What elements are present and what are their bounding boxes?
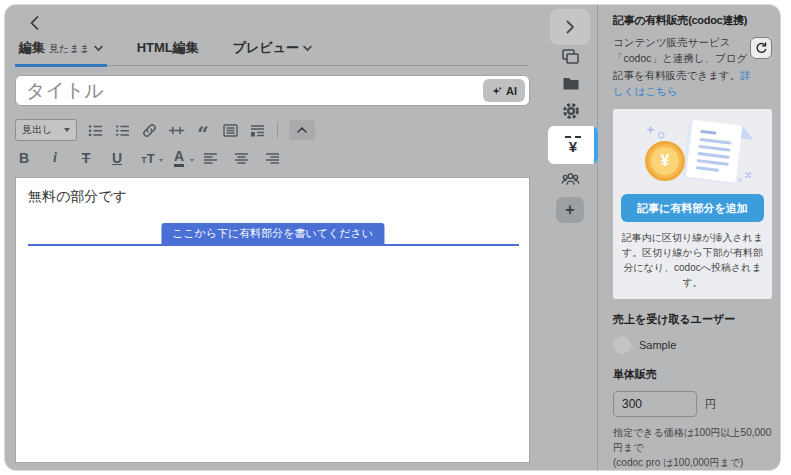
single-sale-heading: 単体販売 [613, 367, 772, 382]
photos-icon [561, 48, 580, 65]
tab-edit-label: 編集 [19, 39, 45, 57]
chevron-down-icon [303, 45, 312, 52]
snippet-paste-button[interactable] [248, 120, 266, 140]
snippet-paste-icon [249, 122, 266, 139]
read-more-icon [168, 122, 185, 139]
title-input[interactable] [15, 75, 530, 106]
bullet-list-icon [87, 122, 104, 139]
panel-description-text: コンテンツ販売サービス「codoc」と連携し、ブログ記事を有料販売できます。 [613, 36, 747, 81]
heading-style-select[interactable]: 見出し [15, 119, 77, 141]
link-button[interactable] [140, 120, 158, 140]
paid-section-card: ¥ 記事に有料部分を追加 記事内に区切り線が挿入されます。区切り線から下部が有料… [613, 109, 772, 299]
align-right-icon [264, 150, 281, 167]
seller-heading: 売上を受け取るユーザー [613, 312, 772, 327]
seller-avatar [613, 336, 631, 354]
tab-preview-label: プレビュー [233, 39, 299, 57]
sparkle-icon [491, 85, 503, 97]
free-section-text: 無料の部分です [28, 188, 127, 206]
add-paid-section-button[interactable]: 記事に有料部分を追加 [621, 194, 764, 222]
refresh-icon [754, 41, 768, 55]
tab-edit-mode: 見たまま [49, 42, 90, 56]
bold-label: B [19, 150, 29, 166]
caret-down-icon [64, 128, 70, 132]
add-tool-button[interactable]: + [556, 197, 584, 223]
font-color-icon: A [174, 149, 184, 167]
font-color-button[interactable]: A [170, 148, 188, 168]
refresh-button[interactable] [750, 37, 772, 59]
settings-tool-button[interactable] [543, 102, 598, 120]
panel-description: コンテンツ販売サービス「codoc」と連携し、ブログ記事を有料販売できます。詳し… [613, 34, 751, 99]
strikethrough-label: T [82, 150, 91, 166]
paid-sales-tool-button[interactable]: ¥ [548, 126, 598, 164]
paid-section-divider [28, 244, 519, 246]
codoc-illustration: ¥ [621, 115, 764, 191]
ai-button-label: AI [506, 85, 517, 97]
read-more-button[interactable] [167, 120, 185, 140]
heading-select-value: 見出し [22, 123, 52, 137]
ai-assist-button[interactable]: AI [483, 79, 525, 102]
align-left-button[interactable] [201, 148, 219, 168]
chevron-down-icon [94, 45, 103, 52]
italic-label: i [53, 150, 57, 166]
link-icon [141, 122, 158, 139]
font-size-icon: TT [141, 151, 154, 166]
strikethrough-button[interactable]: T [77, 148, 95, 168]
toolbar-collapse-button[interactable] [289, 120, 315, 140]
price-input[interactable] [613, 391, 697, 417]
blockquote-button[interactable]: “ [194, 120, 212, 140]
panel-collapse-button[interactable] [550, 9, 590, 45]
bullet-list-button[interactable] [86, 120, 104, 140]
editor-window: 編集 見たまま HTML編集 プレビュー AI 見出し [4, 4, 781, 471]
photos-tool-button[interactable] [543, 48, 598, 65]
paid-section-note: 記事内に区切り線が挿入されます。区切り線から下部が有料部分になり、codocへ投… [621, 230, 764, 290]
caret-down-icon [190, 159, 194, 162]
bold-button[interactable]: B [15, 148, 33, 168]
price-row: 円 [613, 391, 772, 417]
panel-title: 記事の有料販売(codoc連携) [613, 13, 772, 28]
tab-html[interactable]: HTML編集 [133, 39, 203, 65]
tab-preview[interactable]: プレビュー [229, 39, 316, 65]
price-unit: 円 [705, 397, 716, 412]
tab-html-label: HTML編集 [137, 39, 199, 57]
table-of-contents-icon [222, 122, 239, 139]
gear-icon [562, 102, 580, 120]
underline-label: U [112, 150, 122, 166]
underline-button[interactable]: U [108, 148, 126, 168]
align-center-button[interactable] [232, 148, 250, 168]
table-of-contents-button[interactable] [221, 120, 239, 140]
paid-section-banner: ここから下に有料部分を書いてください [161, 223, 384, 244]
align-center-icon [233, 150, 250, 167]
format-toolbar-row2: B i T U TT A [15, 146, 281, 170]
editor-tabbar: 編集 見たまま HTML編集 プレビュー [15, 39, 528, 66]
seller-row[interactable]: Sample [613, 336, 772, 354]
tab-edit[interactable]: 編集 見たまま [15, 39, 107, 65]
folder-tool-button[interactable] [543, 76, 598, 91]
italic-button[interactable]: i [46, 148, 64, 168]
title-field-wrap: AI [15, 75, 530, 106]
selected-tool-indicator [594, 126, 598, 164]
yen-paywall-icon: ¥ [565, 136, 581, 154]
article-body-editor[interactable]: 無料の部分です ここから下に有料部分を書いてください [15, 177, 530, 463]
font-size-button[interactable]: TT [139, 148, 157, 168]
numbered-list-button[interactable] [113, 120, 131, 140]
caret-down-icon [159, 159, 163, 162]
blockquote-icon: “ [197, 129, 209, 139]
back-icon[interactable] [25, 13, 45, 33]
folder-icon [562, 76, 580, 91]
codoc-panel: 記事の有料販売(codoc連携) コンテンツ販売サービス「codoc」と連携し、… [599, 5, 780, 470]
groups-tool-button[interactable] [543, 171, 598, 187]
yen-coin-icon: ¥ [645, 141, 685, 181]
align-left-icon [202, 150, 219, 167]
editor-area: 編集 見たまま HTML編集 プレビュー AI 見出し [5, 5, 543, 470]
side-tool-strip: ¥ + [543, 5, 598, 470]
plus-icon: + [565, 201, 574, 218]
format-toolbar-row1: 見出し “ [15, 118, 315, 142]
chevron-up-icon [295, 123, 309, 137]
numbered-list-icon [114, 122, 131, 139]
price-range-note: 指定できる価格は100円以上50,000円まで (codoc pro は100,… [613, 425, 772, 470]
align-right-button[interactable] [263, 148, 281, 168]
seller-name: Sample [639, 339, 676, 351]
chevron-right-icon [561, 18, 579, 36]
people-icon [561, 171, 580, 187]
toolbar-divider [277, 122, 278, 138]
